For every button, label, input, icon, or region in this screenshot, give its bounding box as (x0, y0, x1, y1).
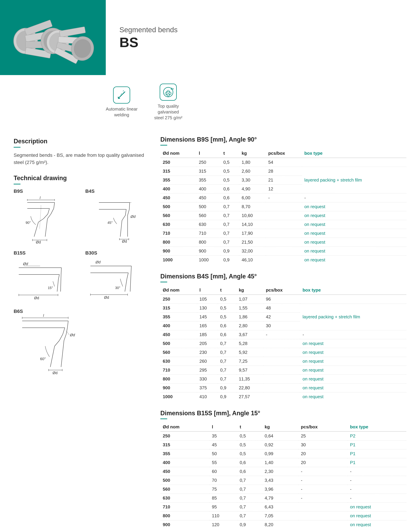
svg-text:Ød: Ød (95, 260, 101, 264)
cell-l: 145 (197, 313, 218, 321)
cell-od: 500 (160, 476, 210, 485)
cell-pcs (298, 511, 348, 520)
table-row: 5002050,75,28on request (160, 339, 406, 348)
svg-text:15°: 15° (48, 286, 53, 290)
svg-point-30 (168, 93, 169, 94)
col-pcs: pcs/box (263, 286, 300, 295)
table-row: 250350,50,6425P2 (160, 431, 406, 440)
cell-l: 630 (196, 220, 221, 229)
cell-t: 0,6 (221, 193, 239, 202)
cell-boxtype: - (348, 467, 406, 476)
table-row: 4504500,66,00-- (160, 193, 406, 202)
col-boxtype: box type (300, 286, 406, 295)
cell-l: 185 (197, 330, 218, 339)
cell-l: 1000 (196, 256, 221, 264)
cell-od: 630 (160, 494, 210, 503)
svg-text:30°: 30° (115, 286, 120, 290)
cell-od: 315 (160, 167, 196, 176)
cell-od: 630 (160, 220, 196, 229)
table-row: 4501850,63,67-- (160, 330, 406, 339)
description-section: Description Segmented bends - BS, are ma… (14, 138, 150, 166)
cell-l: 800 (196, 238, 221, 247)
cell-l: 85 (210, 494, 237, 503)
cell-od: 355 (160, 176, 196, 185)
cell-od: 710 (160, 503, 210, 511)
cell-t: 0,7 (221, 211, 239, 220)
cell-od: 315 (160, 304, 197, 313)
cell-pcs: 25 (298, 431, 348, 440)
cell-pcs (266, 229, 302, 238)
cell-l: 355 (196, 176, 221, 185)
cell-t: 0,6 (237, 467, 262, 476)
table-row: 9001200,98,20on request (160, 520, 406, 527)
svg-line-23 (121, 93, 122, 94)
cell-pcs (266, 256, 302, 264)
cell-t: 0,5 (221, 167, 239, 176)
col-boxtype: box type (302, 149, 406, 158)
svg-text:Ød: Ød (23, 262, 28, 266)
cell-t: 0,6 (237, 458, 262, 467)
cell-pcs: 54 (266, 158, 302, 167)
product-name: BS (119, 36, 177, 49)
cell-boxtype: on request (302, 238, 406, 247)
cell-kg: 1,07 (236, 295, 264, 304)
table-row: 5005000,78,70on request (160, 202, 406, 211)
cell-boxtype: P1 (348, 458, 406, 467)
table-row: 8008000,721,50on request (160, 238, 406, 247)
main-content: Description Segmented bends - BS, are ma… (0, 129, 420, 527)
cell-boxtype: on request (302, 220, 406, 229)
cell-boxtype: - (348, 485, 406, 494)
cell-kg: 0,92 (262, 440, 298, 449)
cell-boxtype: P2 (348, 431, 406, 440)
cell-kg: 1,55 (236, 304, 264, 313)
cell-od: 400 (160, 185, 196, 193)
cell-od: 1000 (160, 256, 196, 264)
cell-t: 0,7 (218, 348, 236, 357)
svg-text:Ød: Ød (122, 239, 127, 243)
cell-pcs (263, 392, 300, 401)
cell-od: 400 (160, 321, 197, 330)
cell-od: 250 (160, 295, 197, 304)
cell-l: 95 (210, 503, 237, 511)
cell-t: 0,5 (237, 449, 262, 458)
cell-l: 500 (196, 202, 221, 211)
cell-l: 60 (210, 467, 237, 476)
col-t: t (218, 286, 236, 295)
svg-text:Zn: Zn (171, 87, 174, 90)
drawing-b15s-svg: Ød 15° Ød (14, 257, 75, 302)
cell-boxtype: on request (300, 348, 406, 357)
header-title-area: Segmented bends BS (106, 0, 191, 75)
svg-line-39 (54, 202, 55, 209)
cell-kg: 11,35 (236, 375, 264, 384)
cell-od: 250 (160, 158, 196, 167)
cell-kg: 5,92 (236, 348, 264, 357)
cell-kg: 9,57 (236, 366, 264, 375)
cell-od: 450 (160, 330, 197, 339)
cell-kg: 3,30 (239, 176, 266, 185)
cell-l: 375 (197, 384, 218, 392)
cell-l: 900 (196, 247, 221, 256)
cell-pcs (266, 211, 302, 220)
table-b9s-section: Dimensions B9S [mm], Angle 90° Ød nom l … (160, 136, 406, 264)
table-row: 500700,73,43-- (160, 476, 406, 485)
cell-boxtype: - (348, 494, 406, 503)
cell-pcs: - (298, 467, 348, 476)
cell-boxtype: on request (300, 357, 406, 366)
cell-od: 355 (160, 449, 210, 458)
col-kg: kg (262, 423, 298, 431)
table-row: 3151300,51,5548layered packing + stretch… (160, 304, 406, 313)
duct-illustration (3, 3, 102, 72)
cell-kg: 2,60 (239, 167, 266, 176)
cell-kg: 5,28 (236, 339, 264, 348)
cell-pcs: 48 (263, 304, 300, 313)
cell-boxtype: - (302, 193, 406, 202)
cell-kg: 8,70 (239, 202, 266, 211)
cell-t: 0,5 (218, 295, 236, 304)
cell-kg: 0,64 (262, 431, 298, 440)
cell-t: 0,7 (218, 339, 236, 348)
cell-t: 0,5 (221, 176, 239, 185)
cell-pcs (266, 238, 302, 247)
cell-pcs (298, 503, 348, 511)
table-row: 10004100,927,57on request (160, 392, 406, 401)
table-b4s-title: Dimensions B4S [mm], Angle 45° (160, 273, 406, 280)
